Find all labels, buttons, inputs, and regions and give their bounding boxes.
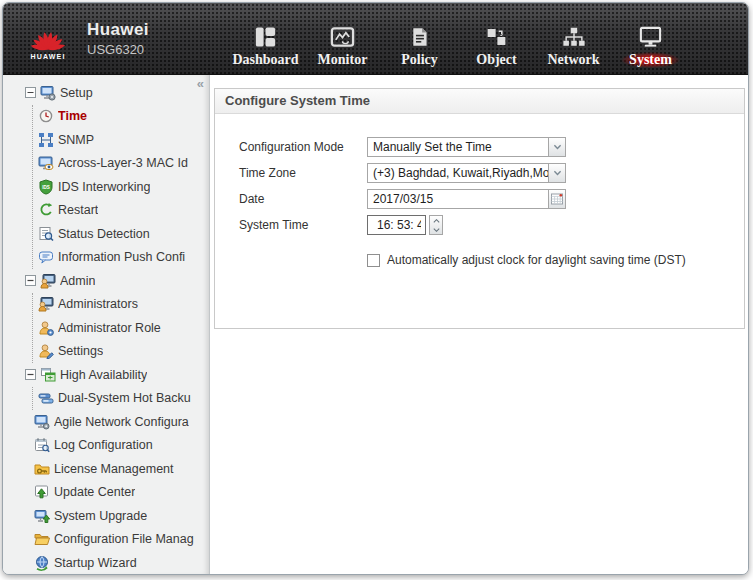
sidebar-item-license-management[interactable]: License Management bbox=[3, 457, 209, 481]
sidebar-item-across-layer-3-mac-id[interactable]: Across-Layer-3 MAC Id bbox=[33, 152, 209, 176]
date-row: Date 2017/03/15 bbox=[215, 186, 744, 212]
sidebar-item-snmp[interactable]: SNMP bbox=[33, 128, 209, 152]
monitor-icon bbox=[330, 21, 355, 48]
config-mode-label: Configuration Mode bbox=[239, 140, 367, 154]
system-time-input[interactable]: 16: 53: 45 bbox=[367, 215, 426, 235]
ids-shield-icon: IDS bbox=[38, 179, 54, 195]
sidebar-item-label: License Management bbox=[54, 462, 174, 476]
sidebar-item-restart[interactable]: Restart bbox=[33, 199, 209, 223]
system-time-label: System Time bbox=[239, 218, 367, 232]
clock-icon bbox=[38, 108, 54, 124]
nav-label: Object bbox=[468, 52, 524, 68]
sidebar-item-label: Information Push Confi bbox=[58, 250, 185, 264]
policy-icon bbox=[408, 21, 431, 48]
date-value: 2017/03/15 bbox=[368, 192, 548, 206]
config-mode-value: Manually Set the Time bbox=[368, 140, 548, 154]
tree-collapse-box-icon[interactable] bbox=[25, 369, 36, 380]
nav-label: System bbox=[621, 52, 680, 68]
config-mode-select[interactable]: Manually Set the Time bbox=[367, 137, 566, 157]
update-arrow-icon bbox=[34, 484, 50, 500]
sidebar-collapse-icon[interactable]: « bbox=[197, 78, 204, 90]
tree-children: TimeSNMPAcross-Layer-3 MAC IdIDSIDS Inte… bbox=[32, 105, 209, 270]
sidebar-item-setup[interactable]: Setup bbox=[3, 81, 209, 105]
log-calendar-icon bbox=[34, 437, 50, 453]
body-row: « SetupTimeSNMPAcross-Layer-3 MAC IdIDSI… bbox=[3, 75, 748, 574]
dst-checkbox-label: Automatically adjust clock for daylight … bbox=[387, 253, 686, 267]
sidebar-item-startup-wizard[interactable]: Startup Wizard bbox=[3, 551, 209, 574]
nav-monitor[interactable]: Monitor bbox=[304, 21, 381, 68]
config-folder-icon bbox=[34, 531, 50, 547]
system-icon bbox=[638, 21, 663, 48]
system-time-panel: Configure System Time Configuration Mode… bbox=[214, 88, 745, 329]
sidebar-item-label: Agile Network Configura bbox=[54, 415, 189, 429]
tree-children: Dual-System Hot Backu bbox=[32, 387, 209, 411]
tree-collapse-box-icon[interactable] bbox=[25, 87, 36, 98]
sidebar-item-label: Setup bbox=[60, 86, 93, 100]
sidebar-item-system-upgrade[interactable]: System Upgrade bbox=[3, 504, 209, 528]
sidebar-item-time[interactable]: Time bbox=[33, 105, 209, 129]
sidebar-item-label: System Upgrade bbox=[54, 509, 147, 523]
sidebar-item-label: IDS Interworking bbox=[58, 180, 150, 194]
time-zone-label: Time Zone bbox=[239, 166, 367, 180]
chevron-up-small-icon[interactable] bbox=[430, 216, 442, 225]
chevron-down-icon[interactable] bbox=[548, 164, 565, 182]
panel-title: Configure System Time bbox=[215, 89, 744, 114]
sidebar-item-ids-interworking[interactable]: IDSIDS Interworking bbox=[33, 175, 209, 199]
sidebar-item-administrators[interactable]: Administrators bbox=[33, 293, 209, 317]
sidebar-item-label: SNMP bbox=[58, 133, 94, 147]
date-input[interactable]: 2017/03/15 bbox=[367, 189, 566, 209]
nav-policy[interactable]: Policy bbox=[381, 21, 458, 68]
nav-dashboard[interactable]: Dashboard bbox=[227, 21, 304, 68]
nav-system[interactable]: System bbox=[612, 21, 689, 68]
sidebar-item-label: Log Configuration bbox=[54, 438, 153, 452]
nav-label: Network bbox=[539, 52, 607, 68]
svg-text:IDS: IDS bbox=[42, 185, 50, 190]
sidebar-item-label: Administrator Role bbox=[58, 321, 161, 335]
sidebar-item-update-center[interactable]: Update Center bbox=[3, 481, 209, 505]
sidebar-item-label: High Availability bbox=[60, 368, 147, 382]
sidebar-item-label: Time bbox=[58, 109, 87, 123]
sidebar-item-label: Across-Layer-3 MAC Id bbox=[58, 156, 188, 170]
huawei-flower-icon: HUAWEI bbox=[25, 18, 71, 60]
config-mode-row: Configuration Mode Manually Set the Time bbox=[215, 134, 744, 160]
brand-name: Huawei bbox=[87, 20, 149, 40]
sidebar-tree: SetupTimeSNMPAcross-Layer-3 MAC IdIDSIDS… bbox=[3, 81, 209, 574]
sidebar-item-agile-network-configura[interactable]: Agile Network Configura bbox=[3, 410, 209, 434]
tree-children: AdministratorsAdministrator RoleSettings bbox=[32, 293, 209, 364]
sidebar-item-configuration-file-manag[interactable]: Configuration File Manag bbox=[3, 528, 209, 552]
sidebar-item-label: Configuration File Manag bbox=[54, 532, 194, 546]
sidebar-item-log-configuration[interactable]: Log Configuration bbox=[3, 434, 209, 458]
app-window: HUAWEI Huawei USG6320 DashboardMonitorPo… bbox=[2, 2, 749, 575]
dst-checkbox[interactable] bbox=[367, 254, 380, 267]
sidebar: « SetupTimeSNMPAcross-Layer-3 MAC IdIDSI… bbox=[3, 75, 210, 574]
tree-collapse-box-icon[interactable] bbox=[25, 275, 36, 286]
nav-label: Dashboard bbox=[224, 52, 306, 68]
time-zone-row: Time Zone (+3) Baghdad, Kuwait,Riyadh,Mo bbox=[215, 160, 744, 186]
sidebar-item-label: Dual-System Hot Backu bbox=[58, 391, 191, 405]
nav-network[interactable]: Network bbox=[535, 21, 612, 68]
user-pencil-icon bbox=[38, 343, 54, 359]
chevron-down-icon[interactable] bbox=[548, 138, 565, 156]
startup-globe-icon bbox=[34, 555, 50, 571]
sidebar-item-administrator-role[interactable]: Administrator Role bbox=[33, 316, 209, 340]
chevron-down-small-icon[interactable] bbox=[430, 225, 442, 234]
sidebar-item-settings[interactable]: Settings bbox=[33, 340, 209, 364]
time-zone-select[interactable]: (+3) Baghdad, Kuwait,Riyadh,Mo bbox=[367, 163, 566, 183]
brand-model: USG6320 bbox=[87, 42, 149, 57]
calendar-icon[interactable] bbox=[548, 190, 565, 208]
date-label: Date bbox=[239, 192, 367, 206]
nav-object[interactable]: Object bbox=[458, 21, 535, 68]
sidebar-item-label: Startup Wizard bbox=[54, 556, 137, 570]
sidebar-item-label: Admin bbox=[60, 274, 95, 288]
sidebar-item-information-push-confi[interactable]: Information Push Confi bbox=[33, 246, 209, 270]
sidebar-item-label: Update Center bbox=[54, 485, 135, 499]
brand-block: Huawei USG6320 bbox=[87, 20, 149, 57]
dashboard-icon bbox=[253, 21, 278, 48]
sidebar-item-high-availability[interactable]: High Availability bbox=[3, 363, 209, 387]
admin-user-monitor-icon bbox=[38, 296, 54, 312]
sidebar-item-label: Status Detection bbox=[58, 227, 150, 241]
sidebar-item-status-detection[interactable]: Status Detection bbox=[33, 222, 209, 246]
sidebar-item-admin[interactable]: Admin bbox=[3, 269, 209, 293]
sidebar-item-dual-system-hot-backu[interactable]: Dual-System Hot Backu bbox=[33, 387, 209, 411]
time-zone-value: (+3) Baghdad, Kuwait,Riyadh,Mo bbox=[368, 166, 548, 180]
